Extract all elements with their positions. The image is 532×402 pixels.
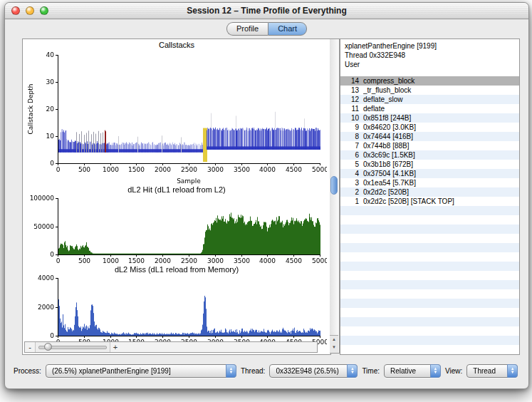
callstack-row[interactable]: 20x2d2c [520B]: [340, 187, 519, 197]
callstack-row-symbol: _tr_flush_block: [363, 86, 519, 95]
thread-popup[interactable]: 0x332E948 (26.5%) ▲▼: [269, 364, 358, 378]
time-popup[interactable]: Relative ▲▼: [384, 364, 441, 378]
tab-profile[interactable]: Profile: [226, 22, 268, 36]
charts-vertical-scrollbar[interactable]: ▲▼: [330, 38, 340, 354]
popup-arrows-icon: ▲▼: [430, 364, 441, 378]
callstack-row[interactable]: 80x74644 [416B]: [340, 132, 519, 141]
zoom-slider-thumb[interactable]: [44, 343, 52, 351]
dl2-hit-chart[interactable]: [25, 195, 327, 266]
title-bar: Session 12 – Time Profile of Everything: [5, 3, 528, 19]
callstack-row-depth: 6: [340, 150, 363, 160]
callstack-row-depth: 1: [340, 197, 363, 206]
callstack-row[interactable]: 40x37504 [4.1KB]: [340, 169, 519, 178]
callstack-row[interactable]: 70x744b8 [88B]: [340, 141, 519, 150]
callstack-row-depth: 3: [340, 178, 363, 187]
callstack-row-depth: 8: [340, 132, 363, 141]
time-label: Time:: [362, 367, 380, 375]
callstack-row-symbol: compress_block: [363, 76, 519, 86]
callstack-row-symbol: 0x1ea54 [5.7KB]: [363, 178, 519, 187]
view-label: View:: [445, 367, 462, 375]
callstack-row-symbol: deflate_slow: [363, 95, 519, 104]
thread-id-text: Thread 0x332E948: [345, 51, 515, 60]
callstack-row-depth: 7: [340, 141, 363, 150]
callstack-row[interactable]: 90x84620 [3.0KB]: [340, 123, 519, 132]
callstack-row-symbol: 0x851f8 [244B]: [363, 113, 519, 123]
popup-arrows-icon: ▲▼: [226, 364, 236, 378]
callstack-row-symbol: 0x74644 [416B]: [363, 132, 519, 141]
window-title: Session 12 – Time Profile of Everything: [5, 6, 528, 16]
scrollbar-arrows[interactable]: ▲▼: [330, 335, 338, 353]
callstack-row-symbol: 0x744b8 [88B]: [363, 141, 519, 150]
callstack-row-symbol: 0x84620 [3.0KB]: [363, 123, 519, 132]
callstack-row[interactable]: 12deflate_slow: [340, 95, 519, 104]
callstack-row[interactable]: 30x1ea54 [5.7KB]: [340, 178, 519, 187]
callstacks-chart-title: Callstacks: [23, 41, 330, 49]
zoom-slider[interactable]: [35, 342, 110, 352]
callstack-row[interactable]: 100x851f8 [244B]: [340, 113, 519, 123]
thread-label: Thread:: [241, 367, 265, 375]
callstack-row-depth: 11: [340, 104, 363, 113]
tab-chart[interactable]: Chart: [268, 22, 307, 36]
popup-arrows-icon: ▲▼: [347, 364, 358, 378]
callstack-row[interactable]: 11deflate: [340, 104, 519, 113]
zoom-out-button[interactable]: -: [25, 343, 35, 351]
callstack-panel: xplanetPantherEngine [9199] Thread 0x332…: [340, 38, 520, 355]
bottom-control-bar: Process: (26.5%) xplanetPantherEngine [9…: [5, 357, 528, 388]
callstack-row-symbol: 0x37504 [4.1KB]: [363, 169, 519, 178]
popup-arrows-icon: ▲▼: [507, 364, 518, 378]
process-name-text: xplanetPantherEngine [9199]: [345, 41, 515, 51]
process-popup[interactable]: (26.5%) xplanetPantherEngine [9199] ▲▼: [46, 364, 236, 378]
dl2-miss-chart-title: dL2 Miss (dL1 reload from Memory): [23, 265, 330, 274]
zoom-bar: - +: [24, 341, 318, 353]
dl2-miss-chart[interactable]: [25, 275, 327, 347]
tab-bar: Profile Chart: [5, 21, 528, 37]
callstack-row-depth: 2: [340, 187, 363, 197]
callstack-row-symbol: 0x2d2c [520B] [STACK TOP]: [363, 197, 519, 206]
callstack-row-depth: 12: [340, 95, 363, 104]
zoom-in-button[interactable]: +: [110, 343, 120, 351]
callstack-row-depth: 10: [340, 113, 363, 123]
callstack-list: 14compress_block13_tr_flush_block12defla…: [340, 76, 519, 354]
dl2-hit-chart-title: dL2 Hit (dL1 reload from L2): [23, 185, 330, 194]
callstack-row[interactable]: 14compress_block: [340, 76, 519, 86]
callstack-row-depth: 5: [340, 160, 363, 169]
process-label: Process:: [14, 367, 41, 375]
callstack-row-depth: 14: [340, 76, 363, 86]
callstack-row[interactable]: 13_tr_flush_block: [340, 86, 519, 95]
callstack-row-symbol: 0x3c69c [1.5KB]: [363, 150, 519, 160]
callstack-row[interactable]: 50x3b1b8 [672B]: [340, 160, 519, 169]
callstack-row-symbol: deflate: [363, 104, 519, 113]
mode-text: User: [345, 60, 515, 69]
charts-pane: Callstacks dL2 Hit (dL1 reload from L2) …: [22, 38, 331, 355]
callstack-row-depth: 4: [340, 169, 363, 178]
callstack-row[interactable]: 60x3c69c [1.5KB]: [340, 150, 519, 160]
callstack-row[interactable]: 10x2d2c [520B] [STACK TOP]: [340, 197, 519, 206]
view-popup[interactable]: Thread ▲▼: [466, 364, 518, 378]
callstack-panel-header: xplanetPantherEngine [9199] Thread 0x332…: [340, 39, 519, 69]
callstack-row-depth: 9: [340, 123, 363, 132]
callstack-row-depth: 13: [340, 86, 363, 95]
callstack-row-symbol: 0x3b1b8 [672B]: [363, 160, 519, 169]
app-window: Session 12 – Time Profile of Everything …: [4, 2, 529, 389]
callstack-row-symbol: 0x2d2c [520B]: [363, 187, 519, 197]
scrollbar-thumb[interactable]: [330, 176, 338, 195]
callstacks-chart[interactable]: [25, 51, 327, 186]
